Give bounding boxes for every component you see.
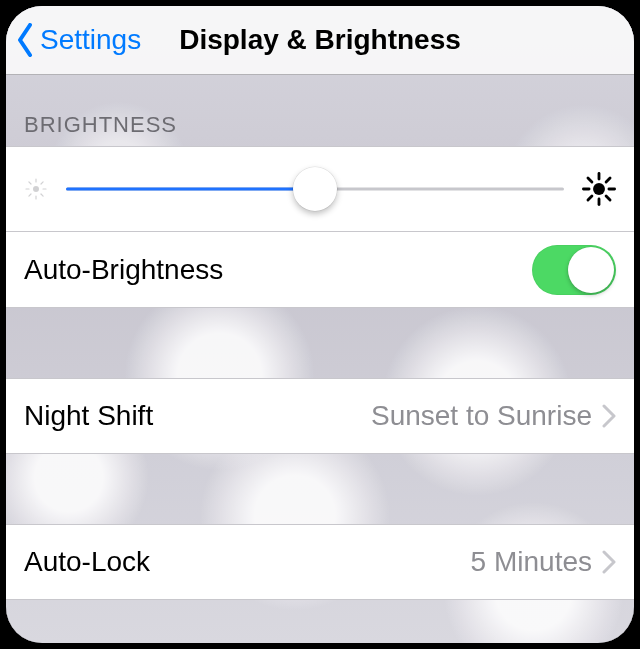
section-gap [6,308,634,378]
svg-line-15 [606,196,610,200]
section-gap [6,454,634,524]
back-button[interactable]: Settings [6,23,141,57]
chevron-left-icon [16,23,36,57]
navigation-bar: Settings Display & Brightness [6,6,634,75]
auto-lock-cell[interactable]: Auto-Lock 5 Minutes [6,524,634,600]
section-header-brightness: BRIGHTNESS [6,74,634,146]
svg-line-17 [606,178,610,182]
svg-line-7 [29,194,31,196]
auto-lock-label: Auto-Lock [24,546,150,578]
svg-point-0 [33,186,39,192]
auto-lock-value: 5 Minutes [471,546,592,578]
content: BRIGHTNESS [6,74,634,643]
svg-line-5 [29,182,31,184]
night-shift-value: Sunset to Sunrise [371,400,592,432]
chevron-right-icon [602,550,616,574]
brightness-slider-cell [6,146,634,232]
brightness-slider[interactable] [66,169,564,209]
auto-brightness-toggle[interactable] [532,245,616,295]
brightness-low-icon [24,177,48,201]
night-shift-cell[interactable]: Night Shift Sunset to Sunrise [6,378,634,454]
brightness-high-icon [582,172,616,206]
screen: Settings Display & Brightness BRIGHTNESS [6,6,634,643]
night-shift-label: Night Shift [24,400,153,432]
svg-line-8 [41,182,43,184]
svg-point-9 [593,183,605,195]
back-label: Settings [40,26,141,54]
svg-line-16 [588,196,592,200]
svg-line-14 [588,178,592,182]
chevron-right-icon [602,404,616,428]
svg-line-6 [41,194,43,196]
auto-brightness-cell: Auto-Brightness [6,232,634,308]
auto-brightness-label: Auto-Brightness [24,254,223,286]
